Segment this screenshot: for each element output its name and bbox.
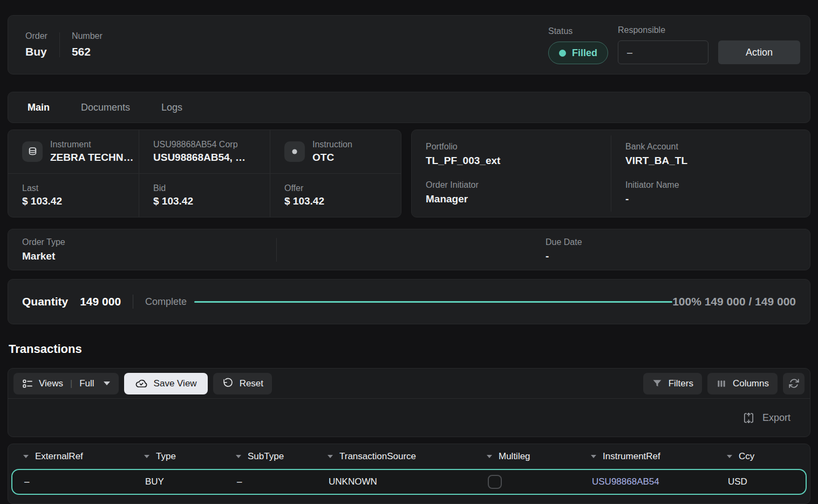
reset-label: Reset: [240, 378, 263, 389]
order-detail-page: Order Buy Number 562 Status Filled Respo…: [0, 0, 818, 504]
column-label: Multileg: [499, 451, 530, 462]
views-value: Full: [79, 378, 94, 389]
order-label: Order: [25, 31, 47, 41]
divider: [59, 32, 60, 57]
number-field: Number 562: [72, 31, 103, 58]
responsible-field: Responsible –: [618, 25, 708, 64]
tab-logs[interactable]: Logs: [161, 102, 182, 113]
status-dot-icon: [559, 50, 566, 57]
status-label: Status: [548, 26, 608, 36]
last-value: $ 103.42: [22, 195, 62, 207]
instrument-id-text: USU98868AB54 Corp USU98868AB54, …: [153, 140, 246, 164]
table-header-row: ExternalRef Type SubType TransactionSour…: [11, 444, 807, 469]
columns-button[interactable]: Columns: [707, 373, 778, 394]
due-date-field: Due Date -: [546, 237, 582, 262]
tab-main[interactable]: Main: [28, 102, 50, 113]
filters-button[interactable]: Filters: [643, 373, 702, 394]
header-actions: Status Filled Responsible – Action: [548, 25, 800, 64]
initiator-name-value: -: [625, 193, 810, 205]
offer-price-cell: Offer $ 103.42: [270, 174, 401, 217]
cloud-check-icon: [135, 377, 148, 390]
bank-account-label: Bank Account: [625, 142, 810, 152]
due-date-value: -: [546, 250, 582, 262]
instrument-cell: Instrument ZEBRA TECHN…: [8, 130, 139, 173]
initiator-name-field: Initiator Name -: [611, 174, 810, 212]
export-arrows-icon: [742, 412, 755, 424]
divider: [133, 295, 133, 309]
quantity-value: 149 000: [80, 295, 121, 308]
bid-label: Bid: [153, 183, 193, 193]
export-label: Export: [762, 412, 790, 424]
instruction-value: OTC: [312, 152, 352, 164]
multileg-checkbox[interactable]: [488, 475, 502, 489]
progress-text: 100% 149 000 / 149 000: [672, 295, 796, 308]
instruction-label: Instruction: [312, 140, 352, 149]
instrument-card: Instrument ZEBRA TECHN… USU98868AB54 Cor…: [8, 130, 401, 217]
column-header-externalref[interactable]: ExternalRef: [16, 451, 137, 462]
quantity-card: Quantity 149 000 Complete 100% 149 000 /…: [8, 279, 810, 324]
rotate-ccw-icon: [222, 378, 234, 390]
vertical-bars-icon: [716, 378, 727, 389]
funnel-icon: [652, 378, 663, 389]
column-label: ExternalRef: [35, 451, 83, 462]
status-field: Status Filled: [548, 26, 608, 64]
instrument-label: Instrument: [50, 140, 133, 149]
save-view-label: Save View: [154, 378, 197, 389]
cell-transactionsource: UNKNOWN: [321, 476, 480, 487]
transactions-title: Transactions: [9, 342, 810, 357]
responsible-label: Responsible: [618, 25, 708, 35]
instrument-id-cell: USU98868AB54 Corp USU98868AB54, …: [139, 130, 270, 173]
column-header-multileg[interactable]: Multileg: [479, 451, 583, 462]
order-value: Buy: [25, 45, 47, 58]
column-label: InstrumentRef: [603, 451, 660, 462]
order-initiator-label: Order Initiator: [426, 180, 611, 190]
column-header-transactionsource[interactable]: TransactionSource: [320, 451, 479, 462]
save-view-button[interactable]: Save View: [124, 373, 208, 394]
instrument-top-row: Instrument ZEBRA TECHN… USU98868AB54 Cor…: [8, 130, 401, 174]
cell-subtype: –: [229, 476, 321, 487]
toolbar-row: Views | Full Save View: [8, 369, 810, 399]
column-header-subtype[interactable]: SubType: [228, 451, 320, 462]
export-button[interactable]: Export: [739, 411, 794, 425]
action-button[interactable]: Action: [718, 40, 800, 64]
quantity-label: Quantity: [22, 295, 68, 308]
order-field: Order Buy: [25, 31, 47, 58]
instrument-id-value: USU98868AB54, …: [153, 152, 246, 164]
order-initiator-value: Manager: [426, 193, 611, 205]
export-row: Export: [8, 399, 810, 437]
chevron-down-icon: [727, 455, 732, 458]
instrument-text: Instrument ZEBRA TECHN…: [50, 140, 133, 164]
chevron-down-icon: [328, 455, 333, 458]
chevron-down-icon: [104, 382, 110, 385]
filters-label: Filters: [669, 378, 693, 389]
complete-label: Complete: [145, 296, 187, 308]
due-date-label: Due Date: [546, 237, 582, 247]
divider: [276, 238, 277, 262]
progress-fill: [194, 301, 672, 303]
responsible-select[interactable]: –: [618, 40, 708, 64]
column-header-type[interactable]: Type: [137, 451, 228, 462]
order-type-value: Market: [22, 250, 276, 262]
views-dropdown[interactable]: Views | Full: [13, 373, 119, 394]
column-label: Type: [156, 451, 176, 462]
cell-externalref: –: [17, 476, 138, 487]
last-label: Last: [22, 183, 62, 193]
price-row: Last $ 103.42 Bid $ 103.42 Offer $ 103.4…: [8, 174, 401, 217]
views-label: Views: [39, 378, 63, 389]
cell-instrumentref-link[interactable]: USU98868AB54: [584, 476, 720, 487]
portfolio-label: Portfolio: [426, 142, 611, 152]
offer-label: Offer: [284, 183, 324, 193]
circle-dot-icon: [284, 141, 305, 162]
portfolio-value: TL_PF_003_ext: [426, 155, 611, 167]
column-header-instrumentref[interactable]: InstrumentRef: [583, 451, 719, 462]
column-label: TransactionSource: [339, 451, 416, 462]
tab-documents[interactable]: Documents: [81, 102, 130, 113]
sync-icon: [788, 378, 800, 389]
column-header-ccy[interactable]: Ccy: [719, 451, 802, 462]
initiator-name-label: Initiator Name: [625, 180, 810, 190]
instruction-cell: Instruction OTC: [270, 130, 401, 173]
instrument-id-label: USU98868AB54 Corp: [153, 140, 246, 149]
refresh-button[interactable]: [783, 373, 805, 394]
table-row[interactable]: – BUY – UNKNOWN USU98868AB54 USD: [11, 469, 807, 495]
reset-button[interactable]: Reset: [213, 373, 272, 394]
